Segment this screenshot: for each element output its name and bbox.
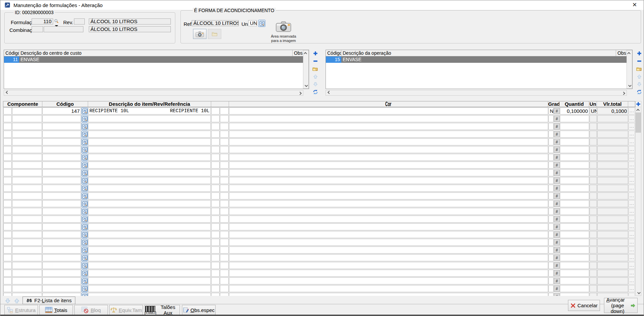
row-more-button[interactable]: ... xyxy=(629,231,635,238)
componente-cell-1[interactable] xyxy=(3,246,12,254)
row-more-button[interactable]: ... xyxy=(629,115,635,122)
codigo-cell[interactable] xyxy=(42,285,81,292)
header-vlr-total[interactable]: Vlr.total xyxy=(597,101,628,107)
header-un[interactable]: Un xyxy=(589,101,597,107)
grade-cell[interactable] xyxy=(548,270,554,277)
grade-cell[interactable] xyxy=(548,231,554,238)
grade-hash-button[interactable]: # xyxy=(554,185,560,191)
un-cell[interactable] xyxy=(590,138,597,145)
codigo-cell[interactable] xyxy=(42,123,81,130)
quantid-cell[interactable] xyxy=(560,262,589,269)
cost-grid-row[interactable]: 11 ENVASE xyxy=(4,56,303,63)
un-field[interactable]: UN xyxy=(248,20,257,26)
componente-cell-1[interactable] xyxy=(3,169,12,176)
un-cell[interactable] xyxy=(590,185,597,192)
componente-cell-1[interactable] xyxy=(3,277,12,284)
aux-cell-2[interactable] xyxy=(220,239,229,246)
grade-hash-button[interactable]: # xyxy=(554,200,560,207)
un-cell[interactable] xyxy=(590,262,597,269)
componente-cell-1[interactable] xyxy=(3,162,12,169)
header-componente[interactable]: Componente xyxy=(3,101,42,107)
table-row[interactable]: # ... xyxy=(3,215,635,223)
item-lookup-button[interactable] xyxy=(81,107,88,115)
item-lookup-button[interactable] xyxy=(81,254,88,261)
cor-cell[interactable] xyxy=(229,192,548,199)
vlr-total-cell[interactable] xyxy=(597,185,628,192)
codigo-cell[interactable] xyxy=(42,169,81,176)
un-cell[interactable] xyxy=(590,239,597,246)
componente-cell-2[interactable] xyxy=(12,123,42,130)
camera-button[interactable] xyxy=(193,29,206,39)
header-descricao[interactable]: Descrição do item/Rev/Referência xyxy=(88,101,211,107)
descricao-cell[interactable] xyxy=(88,239,211,246)
un-cell[interactable] xyxy=(590,177,597,184)
obs-espec-button[interactable]: Obs.espec xyxy=(182,305,216,315)
ref-field[interactable]: ÁLCOOL 10 LITROS xyxy=(192,20,239,26)
grade-cell[interactable] xyxy=(548,138,554,145)
grade-cell[interactable] xyxy=(548,154,554,161)
cor-cell[interactable] xyxy=(229,169,548,176)
move-up-icon[interactable] xyxy=(312,73,319,80)
quantid-cell[interactable] xyxy=(560,216,589,223)
scroll-down-arrow[interactable] xyxy=(627,83,632,88)
item-lookup-button[interactable] xyxy=(81,277,88,284)
item-lookup-button[interactable] xyxy=(81,192,88,199)
aux-cell-2[interactable] xyxy=(220,246,229,254)
componente-cell-2[interactable] xyxy=(12,246,42,254)
componente-cell-1[interactable] xyxy=(3,254,12,261)
quantid-cell[interactable]: 0,100000 xyxy=(560,107,589,115)
grade-hash-button[interactable]: # xyxy=(554,108,560,114)
aux-cell-2[interactable] xyxy=(220,169,229,176)
descricao-cell[interactable] xyxy=(88,277,211,284)
componente-cell-2[interactable] xyxy=(12,293,42,296)
grade-hash-button[interactable]: # xyxy=(554,285,560,292)
vlr-total-cell[interactable] xyxy=(597,169,628,176)
item-lookup-button[interactable] xyxy=(81,293,88,296)
scroll-down-arrow[interactable] xyxy=(636,290,641,296)
aux-cell-2[interactable] xyxy=(220,177,229,184)
item-lookup-button[interactable] xyxy=(81,185,88,192)
operation-grid-header-obs[interactable]: Obs xyxy=(616,50,627,56)
aux-cell-1[interactable] xyxy=(211,123,220,130)
aux-cell-1[interactable] xyxy=(211,169,220,176)
descricao-cell[interactable] xyxy=(88,208,211,215)
un-cell[interactable] xyxy=(590,293,597,296)
componente-cell-1[interactable] xyxy=(3,115,12,122)
componente-cell-2[interactable] xyxy=(12,177,42,184)
codigo-cell[interactable] xyxy=(42,216,81,223)
operation-grid-header-codigo[interactable]: Código xyxy=(326,50,341,56)
componente-cell-1[interactable] xyxy=(3,177,12,184)
aux-cell-2[interactable] xyxy=(220,277,229,284)
row-more-button[interactable]: ... xyxy=(629,216,635,223)
un-cell[interactable] xyxy=(590,246,597,254)
grade-cell[interactable] xyxy=(548,254,554,261)
cost-grid-header-obs[interactable]: Obs xyxy=(293,50,303,56)
vlr-total-cell[interactable] xyxy=(597,177,628,184)
grade-cell[interactable] xyxy=(548,239,554,246)
vlr-total-cell[interactable] xyxy=(597,270,628,277)
cor-cell[interactable] xyxy=(229,146,548,153)
cor-cell[interactable] xyxy=(229,246,548,254)
componente-cell-2[interactable] xyxy=(12,208,42,215)
vlr-total-cell[interactable] xyxy=(597,277,628,284)
cor-cell[interactable] xyxy=(229,200,548,207)
aux-cell-1[interactable] xyxy=(211,185,220,192)
vlr-total-cell[interactable] xyxy=(597,239,628,246)
componente-cell-1[interactable] xyxy=(3,200,12,207)
table-row[interactable]: # ... xyxy=(3,123,635,130)
row-more-button[interactable]: ... xyxy=(629,185,635,192)
quantid-cell[interactable] xyxy=(560,239,589,246)
componente-cell-2[interactable] xyxy=(12,162,42,169)
page-down-icon[interactable] xyxy=(4,298,11,304)
table-row[interactable]: # ... xyxy=(3,169,635,177)
aux-cell-2[interactable] xyxy=(220,115,229,122)
un-cell[interactable] xyxy=(590,123,597,130)
vlr-total-cell[interactable] xyxy=(597,208,628,215)
grade-cell[interactable] xyxy=(548,131,554,138)
aux-cell-2[interactable] xyxy=(220,123,229,130)
cost-grid-header-descricao[interactable]: Descrição do centro de custo xyxy=(19,50,293,56)
un-cell[interactable] xyxy=(590,192,597,199)
scroll-right-arrow[interactable] xyxy=(621,90,627,95)
codigo-cell[interactable] xyxy=(42,177,81,184)
row-more-button[interactable]: ... xyxy=(629,254,635,261)
